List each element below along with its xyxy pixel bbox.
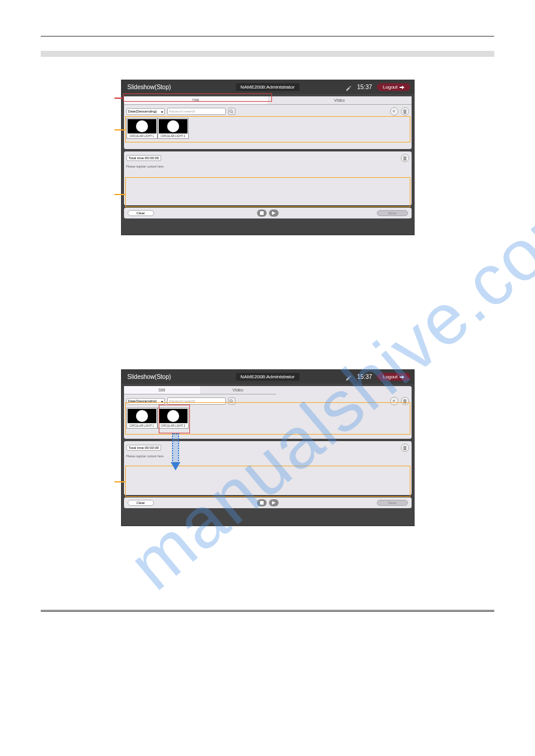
app-header: Slideshow(Stop) NAME2008:Administrator 1… — [122, 80, 414, 94]
callout-tabs-highlight — [123, 93, 272, 102]
callout-line — [114, 194, 125, 195]
svg-rect-2 — [260, 211, 264, 215]
delete-playlist-button[interactable]: 🗑 — [401, 154, 409, 162]
header-divider — [41, 36, 494, 37]
play-icon — [272, 501, 276, 505]
app-title: Slideshow(Stop) — [128, 84, 171, 90]
bottom-toolbar: Clear Save — [124, 208, 412, 218]
footer-divider — [41, 610, 494, 612]
logout-button[interactable]: Logout — [377, 373, 410, 381]
chevron-down-icon: ▾ — [161, 110, 163, 114]
clear-button[interactable]: Clear — [128, 210, 154, 216]
play-icon — [272, 211, 276, 215]
logout-button[interactable]: Logout — [377, 83, 410, 91]
app-title: Slideshow(Stop) — [128, 374, 171, 380]
search-icon — [229, 110, 234, 114]
clock: 15:37 — [357, 84, 372, 90]
trash-icon: 🗑 — [403, 156, 407, 161]
delete-playlist-button[interactable]: 🗑 — [401, 444, 409, 452]
settings-icon[interactable] — [345, 374, 352, 381]
callout-line — [114, 481, 125, 482]
user-label: NAME2008:Administrator — [235, 83, 299, 91]
callout-thumbs-highlight — [125, 116, 410, 142]
callout-line — [114, 129, 125, 130]
svg-rect-5 — [260, 501, 264, 505]
clock: 15:37 — [357, 374, 372, 380]
callout-selected-thumb-highlight — [159, 405, 190, 433]
callout-playlist-highlight — [125, 177, 410, 207]
tabs: Still Video — [124, 386, 276, 394]
total-time: Total time:00:00:00 — [126, 445, 162, 451]
stop-icon — [260, 211, 264, 215]
app-header: Slideshow(Stop) NAME2008:Administrator 1… — [122, 370, 414, 384]
sort-dropdown[interactable]: Date(Descending)▾ — [126, 108, 165, 115]
callout-line — [114, 98, 123, 99]
trash-icon: 🗑 — [403, 109, 407, 114]
drag-arrow — [172, 433, 179, 463]
screenshot-1: Slideshow(Stop) NAME2008:Administrator 1… — [121, 80, 415, 235]
register-hint: Please register content here — [126, 454, 409, 458]
search-button[interactable] — [228, 108, 235, 115]
tab-video[interactable]: Video — [268, 96, 412, 104]
callout-playlist-highlight — [125, 466, 410, 497]
stop-button[interactable] — [257, 210, 267, 217]
screenshot-2: Slideshow(Stop) NAME2008:Administrator 1… — [121, 369, 415, 526]
trash-icon: 🗑 — [403, 445, 407, 451]
total-time: Total time:00:00:00 — [126, 155, 162, 161]
settings-icon[interactable] — [345, 84, 352, 91]
section-bar — [41, 51, 494, 57]
register-hint: Please register content here — [126, 165, 409, 168]
tab-still[interactable]: Still — [124, 386, 200, 394]
play-button[interactable] — [269, 210, 279, 217]
svg-line-1 — [232, 112, 233, 113]
stop-icon — [260, 501, 264, 505]
save-button[interactable]: Save — [377, 210, 408, 216]
tab-video[interactable]: Video — [200, 386, 276, 394]
toolbar: Date(Descending)▾ Keyword search + 🗑 — [126, 107, 409, 116]
drag-arrow-head-icon — [171, 462, 180, 470]
save-button[interactable]: Save — [377, 500, 408, 506]
stop-button[interactable] — [257, 499, 267, 506]
add-button[interactable]: + — [390, 107, 398, 116]
delete-button[interactable]: 🗑 — [401, 107, 409, 116]
user-label: NAME2008:Administrator — [235, 373, 299, 381]
clear-button[interactable]: Clear — [128, 500, 154, 506]
bottom-toolbar: Clear Save — [124, 497, 412, 508]
play-button[interactable] — [269, 499, 279, 506]
search-input[interactable]: Keyword search — [167, 108, 226, 115]
